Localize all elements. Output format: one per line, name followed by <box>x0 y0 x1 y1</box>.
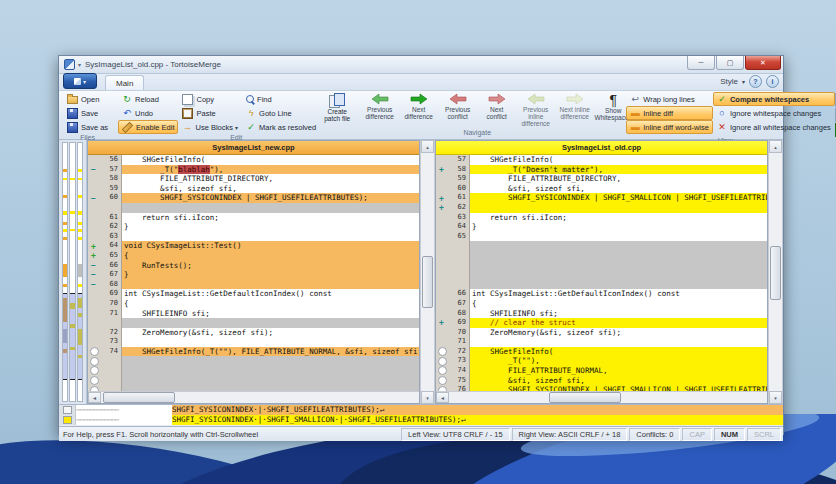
filler-line[interactable] <box>436 280 767 290</box>
undo-button[interactable]: ↶Undo <box>118 106 178 120</box>
left-vertical-scrollbar[interactable]: ▴ ▾ <box>420 140 435 404</box>
create-patch-button[interactable]: Create patch file <box>320 92 354 122</box>
previous-difference-button[interactable]: Previousdifference <box>360 92 399 120</box>
code-line[interactable]: 63 return sfi.iIcon; <box>436 213 767 223</box>
code-line[interactable]: 70 ZeroMemory(&sfi, sizeof sfi); <box>436 328 767 338</box>
filler-line[interactable] <box>88 356 419 366</box>
ignore-all-whitespace-button[interactable]: ✕Ignore all whitespace changes <box>713 120 835 134</box>
code-line[interactable]: 70{ <box>88 299 419 309</box>
code-line[interactable]: 64} <box>436 222 767 232</box>
application-menu-button[interactable]: ▾ <box>63 73 97 89</box>
style-dropdown[interactable]: Style <box>720 77 738 86</box>
code-line[interactable]: 60 &sfi, sizeof sfi, <box>436 184 767 194</box>
save-as-button[interactable]: Save as <box>63 120 112 134</box>
help-button[interactable]: ? <box>749 75 762 88</box>
code-line[interactable]: +65{ <box>88 251 419 261</box>
reload-button[interactable]: ↻Reload <box>118 92 178 106</box>
code-line[interactable]: 69int CSysImageList::GetDefaultIconIndex… <box>88 289 419 299</box>
inline-diff-button[interactable]: ▬Inline diff <box>626 106 713 120</box>
filler-line[interactable] <box>436 251 767 261</box>
code-line[interactable]: 72 ZeroMemory(&sfi, sizeof sfi); <box>88 328 419 338</box>
enable-edit-button[interactable]: Enable Edit <box>118 120 178 134</box>
code-line[interactable]: 72 SHGetFileInfo( <box>436 347 767 357</box>
code-line[interactable]: +58 _T("Doesn't matter"), <box>436 165 767 175</box>
next-conflict-button[interactable]: Nextconflict <box>477 92 516 120</box>
code-line[interactable]: 61 return sfi.iIcon; <box>88 213 419 223</box>
close-button[interactable]: ✕ <box>745 56 781 70</box>
inline-diff-word-wise-button[interactable]: ▬Inline diff word-wise <box>626 120 713 134</box>
code-line[interactable]: 63 <box>88 232 419 242</box>
compare-whitespaces-button[interactable]: ✓Compare whitespaces <box>713 92 835 106</box>
right-pane-title[interactable]: SysImageList_old.cpp <box>436 141 767 155</box>
code-line[interactable]: +62 <box>436 203 767 213</box>
scroll-up-icon[interactable]: ▴ <box>421 140 434 153</box>
code-line[interactable]: 73 _T(""), <box>436 356 767 366</box>
save-button[interactable]: Save <box>63 106 112 120</box>
code-line[interactable]: 59 FILE_ATTRIBUTE_DIRECTORY, <box>436 174 767 184</box>
goto-line-button[interactable]: ϟGoto Line <box>242 106 320 120</box>
minimize-button[interactable]: ─ <box>687 56 715 70</box>
code-line[interactable]: −66 RunTests(); <box>88 261 419 271</box>
filler-line[interactable] <box>88 376 419 386</box>
left-hscroll-thumb[interactable] <box>103 392 175 403</box>
tab-main[interactable]: Main <box>105 75 144 90</box>
filler-line[interactable] <box>436 241 767 251</box>
code-line[interactable]: 71 SHFILEINFO sfi; <box>88 309 419 319</box>
code-line[interactable]: 66int CSysImageList::GetDefaultIconIndex… <box>436 289 767 299</box>
code-line[interactable]: 71 <box>436 337 767 347</box>
scroll-down-icon[interactable]: ▾ <box>421 391 434 404</box>
code-line[interactable]: +69 // clear the struct <box>436 318 767 328</box>
left-vscroll-thumb[interactable] <box>422 256 433 308</box>
code-line[interactable]: 68 SHFILEINFO sfi; <box>436 309 767 319</box>
right-vscroll-thumb[interactable] <box>770 246 781 301</box>
scroll-left-icon[interactable]: ◂ <box>436 392 449 403</box>
code-line[interactable]: 75 &sfi, sizeof sfi, <box>436 376 767 386</box>
code-line[interactable]: −60 SHGFI_SYSICONINDEX | SHGFI_USEFILEAT… <box>88 193 419 203</box>
paste-button[interactable]: Paste <box>178 106 242 120</box>
code-line[interactable]: +61 SHGFI_SYSICONINDEX | SHGFI_SMALLICON… <box>436 193 767 203</box>
mark-resolved-button[interactable]: ✓Mark as resolved <box>242 120 320 134</box>
code-line[interactable]: 65 <box>436 232 767 242</box>
scroll-left-icon[interactable]: ◂ <box>88 392 101 403</box>
code-line[interactable]: 58 FILE_ATTRIBUTE_DIRECTORY, <box>88 174 419 184</box>
copy-button[interactable]: Copy <box>178 92 242 106</box>
scroll-up-icon[interactable]: ▴ <box>769 140 782 153</box>
quick-access-caret-icon[interactable]: ▾ <box>78 61 81 68</box>
ignore-whitespace-changes-button[interactable]: ○Ignore whitespace changes <box>713 106 835 120</box>
code-line[interactable]: 56 SHGetFileInfo( <box>88 155 419 165</box>
locator-viewport[interactable] <box>70 293 74 380</box>
use-blocks-button[interactable]: →Use Blocks ▾ <box>178 120 242 134</box>
code-line[interactable]: −57 _T("blablah"), <box>88 165 419 175</box>
filler-line[interactable] <box>88 318 419 328</box>
about-button[interactable]: i <box>766 75 779 88</box>
find-button[interactable]: Find <box>242 92 320 106</box>
filler-line[interactable] <box>436 261 767 271</box>
code-line[interactable]: 74 FILE_ATTRIBUTE_NORMAL, <box>436 366 767 376</box>
maximize-button[interactable]: ▢ <box>716 56 744 70</box>
previous-conflict-button[interactable]: Previousconflict <box>438 92 477 120</box>
code-line[interactable]: 74 SHGetFileInfo(_T(""), FILE_ATTRIBUTE_… <box>88 347 419 357</box>
right-vertical-scrollbar[interactable]: ▴ ▾ <box>768 140 783 404</box>
right-hscroll-thumb[interactable] <box>549 392 621 403</box>
wrap-long-lines-button[interactable]: ↩Wrap long lines <box>626 92 713 106</box>
code-line[interactable]: +64void CSysImageList::Test() <box>88 241 419 251</box>
next-difference-button[interactable]: Nextdifference <box>399 92 438 120</box>
filler-line[interactable] <box>88 366 419 376</box>
locator-bar[interactable] <box>59 140 87 404</box>
left-pane-title[interactable]: SysImageList_new.cpp <box>88 141 419 155</box>
locator-viewport[interactable] <box>63 293 67 380</box>
title-bar[interactable]: ▾ SysImageList_old.cpp - TortoiseMerge ─… <box>59 56 783 74</box>
code-line[interactable]: 57 SHGetFileInfo( <box>436 155 767 165</box>
code-line[interactable]: −68 <box>88 280 419 290</box>
code-line[interactable]: 62} <box>88 222 419 232</box>
open-button[interactable]: Open <box>63 92 112 106</box>
left-horizontal-scrollbar[interactable]: ◂ <box>88 391 419 403</box>
filler-line[interactable] <box>88 203 419 213</box>
filler-line[interactable] <box>436 270 767 280</box>
show-whitespaces-button[interactable]: ¶ ShowWhitespaces <box>600 92 626 121</box>
scroll-down-icon[interactable]: ▾ <box>769 391 782 404</box>
code-line[interactable]: 67{ <box>436 299 767 309</box>
locator-viewport[interactable] <box>78 293 82 380</box>
code-line[interactable]: 73 <box>88 337 419 347</box>
style-caret-icon[interactable]: ▾ <box>742 78 745 85</box>
